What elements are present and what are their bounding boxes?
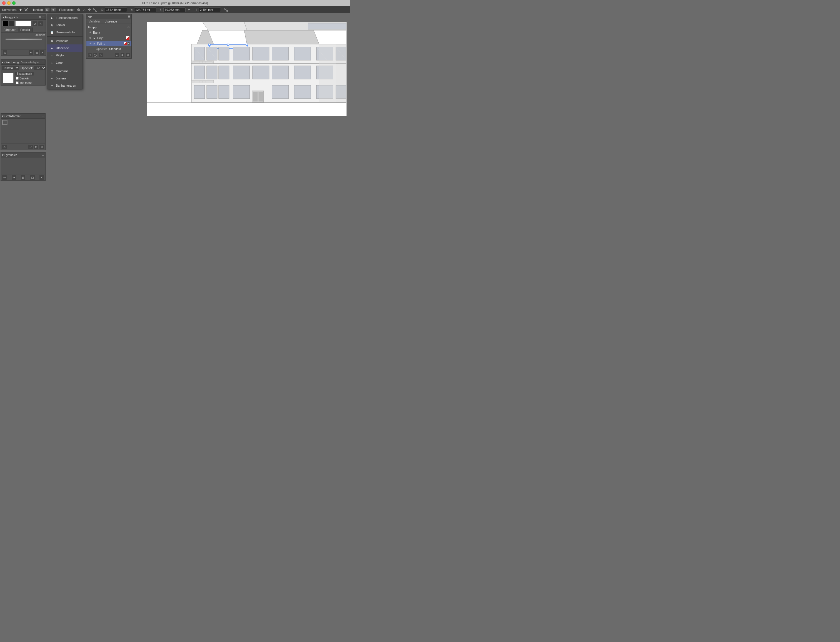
- h-input[interactable]: [199, 8, 221, 12]
- symboler-icon4[interactable]: ◱: [30, 175, 35, 180]
- symboler-header[interactable]: ▾ Symboler ☰: [1, 152, 45, 157]
- menu-item-ritytor[interactable]: ▭ Ritytor: [47, 52, 83, 59]
- beskär-label: Beskär: [19, 77, 29, 80]
- tab-fargrutor[interactable]: Färgrutor: [2, 28, 18, 32]
- symboler-icon2[interactable]: ↪: [11, 175, 16, 180]
- svg-rect-18: [246, 44, 248, 45]
- vars-close-icon[interactable]: —: [124, 15, 127, 18]
- handtag-option1[interactable]: ⊡: [45, 8, 50, 12]
- color-edit-btn[interactable]: ✎: [38, 21, 43, 26]
- menu-item-utseende[interactable]: ◈ Utseende: [47, 44, 83, 52]
- linje-eye-icon[interactable]: 👁: [88, 36, 92, 40]
- fylln-dropdown[interactable]: ▼: [128, 42, 130, 45]
- link-icon[interactable]: [186, 8, 191, 12]
- menu-item-omforma[interactable]: ⊡ Omforma: [47, 68, 83, 75]
- menu-item-variabler[interactable]: ⚙ Variabler: [47, 37, 83, 44]
- vars-header[interactable]: ◀ ▶ — ☰: [86, 14, 131, 19]
- vars-btn-rect[interactable]: ☐: [88, 53, 92, 57]
- tab-variabler[interactable]: Variabler: [86, 19, 102, 24]
- symboler-icon5[interactable]: ✕: [39, 175, 44, 180]
- handtag-option2[interactable]: ◈: [51, 8, 56, 12]
- overtoning-header[interactable]: ▾ Övertoning Genomskinlighet ☰: [1, 60, 45, 65]
- grafikformat-bottom: ⊙ ↩ ⊞ ✕: [1, 144, 45, 150]
- anchor-icon[interactable]: [24, 8, 28, 12]
- symboler-icon1[interactable]: ↩: [2, 175, 7, 180]
- lager-label: Lager: [56, 61, 63, 64]
- svg-rect-45: [294, 66, 311, 79]
- dokumentinfo-label: Dokumentinfo: [56, 31, 75, 34]
- fargguide-collapse-icon: ▾: [3, 16, 4, 19]
- vars-menu-icon[interactable]: ☰: [128, 15, 130, 18]
- zoom-button[interactable]: [12, 2, 16, 5]
- grafikformat-header[interactable]: ▾ Grafikformat ☰: [1, 113, 45, 118]
- menu-item-lager[interactable]: ◱ Lager: [47, 59, 83, 66]
- grafikformat-icon4[interactable]: ✕: [39, 144, 44, 149]
- svg-rect-16: [209, 44, 210, 45]
- vars-btn-fx[interactable]: fx: [99, 53, 103, 57]
- fylln-arrow-icon[interactable]: ▶: [93, 42, 96, 45]
- fargguide-bottom-icon2[interactable]: ↩: [29, 50, 34, 55]
- fargguide-bottom-icon3[interactable]: ⊞: [34, 50, 39, 55]
- grafikformat-icon1[interactable]: ⊙: [2, 144, 7, 149]
- close-button[interactable]: [2, 2, 6, 5]
- canvas-document: [138, 19, 350, 268]
- menu-item-lankar[interactable]: ⛓ Länkar: [47, 21, 83, 29]
- vars-btn-add[interactable]: ⊞: [120, 53, 125, 57]
- y-input[interactable]: [134, 8, 156, 12]
- fargguide-menu-icon[interactable]: ☰: [42, 16, 45, 19]
- fastpunkter-icon1[interactable]: [76, 8, 81, 12]
- overtoning-label: Övertoning: [5, 60, 19, 64]
- fastpunkter-icon3[interactable]: [88, 8, 92, 12]
- svg-rect-40: [207, 66, 217, 79]
- fastpunkter-icon2[interactable]: [82, 8, 86, 12]
- symboler-menu-icon[interactable]: ☰: [42, 153, 44, 156]
- linje-color-swatch[interactable]: [126, 36, 130, 40]
- dark-swatch[interactable]: [9, 21, 15, 26]
- fargguide-bottom-icon4[interactable]: ✕: [40, 50, 45, 55]
- fargguide-header[interactable]: ▾ Färgguide ✕ ☰: [2, 15, 46, 20]
- x-input[interactable]: [105, 8, 127, 12]
- white-swatch[interactable]: [15, 21, 31, 26]
- vars-next-icon[interactable]: ▶: [90, 15, 92, 18]
- overtoning-menu-icon[interactable]: ☰: [42, 60, 44, 63]
- blend-mode-select[interactable]: Normal: [2, 65, 19, 70]
- minimize-button[interactable]: [7, 2, 11, 5]
- dokumentinfo-icon: 📋: [50, 30, 54, 34]
- fargguide-close-icon[interactable]: ✕: [39, 16, 41, 19]
- vars-prev-icon[interactable]: ◀: [88, 15, 90, 18]
- color-picker-btn[interactable]: ⊙: [32, 21, 37, 26]
- fylln-eye-icon[interactable]: 👁: [88, 42, 92, 45]
- svg-rect-11: [308, 23, 347, 29]
- b-input[interactable]: [163, 8, 186, 12]
- black-swatch[interactable]: [3, 21, 8, 26]
- opacity-select[interactable]: 100%: [34, 65, 46, 70]
- vars-btn-circle[interactable]: ◯: [93, 53, 97, 57]
- create-mask-button[interactable]: Skapa mask: [15, 71, 34, 76]
- konvertera-icon[interactable]: [18, 8, 23, 12]
- symboler-icon3[interactable]: ⊞: [21, 175, 26, 180]
- bana-eye-icon[interactable]: 👁: [88, 31, 92, 34]
- fargguide-bottom: ⊙ ↩ ⊞ ✕: [2, 49, 46, 55]
- grafikformat-menu-icon[interactable]: ☰: [42, 114, 44, 117]
- fylln-color-swatch[interactable]: [123, 42, 128, 45]
- grupp-icon[interactable]: ✕: [127, 25, 130, 29]
- canvas-area[interactable]: [133, 13, 350, 268]
- transform-icon[interactable]: [224, 8, 229, 12]
- symboler-collapse-icon: ▾: [2, 153, 3, 157]
- tab-utseende[interactable]: Utseende: [102, 19, 119, 24]
- grafikformat-icon2[interactable]: ↩: [28, 144, 33, 149]
- inv-mask-checkbox[interactable]: [16, 81, 19, 84]
- grafikformat-panel: ▾ Grafikformat ☰ ⊙ ↩ ⊞ ✕: [0, 113, 45, 150]
- vars-btn-undo[interactable]: ↩: [115, 53, 119, 57]
- beskär-checkbox[interactable]: [16, 77, 19, 80]
- menu-item-justera[interactable]: ≡ Justera: [47, 75, 83, 82]
- linje-arrow-icon[interactable]: ▶: [93, 37, 96, 39]
- tab-penslar[interactable]: Penslar: [18, 28, 33, 32]
- menu-item-dokumentinfo[interactable]: 📋 Dokumentinfo: [47, 29, 83, 36]
- menu-item-banhanteraren[interactable]: ✦ Banhanteraren: [47, 82, 83, 89]
- menu-item-funktionsmakro[interactable]: ▶ Funktionsmakro: [47, 14, 83, 21]
- fargguide-bottom-icon1[interactable]: ⊙: [3, 50, 8, 55]
- fastpunkter-icon4[interactable]: [93, 8, 97, 12]
- vars-btn-delete[interactable]: ✕: [126, 53, 130, 57]
- grafikformat-icon3[interactable]: ⊞: [34, 144, 39, 149]
